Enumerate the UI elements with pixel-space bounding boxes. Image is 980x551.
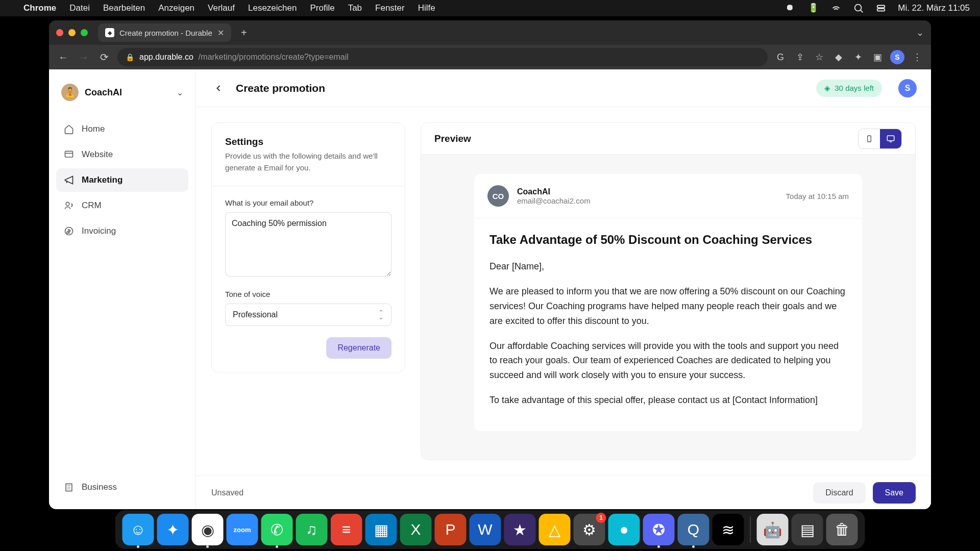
dock-app-voice[interactable]: ≋ — [713, 514, 744, 545]
address-bar[interactable]: 🔒 app.durable.co/marketing/promotions/cr… — [117, 48, 768, 66]
page-header: Create promotion ◈ 30 days left S — [196, 69, 931, 107]
dock-tray-automator[interactable]: 🤖 — [757, 514, 789, 545]
menu-hilfe[interactable]: Hilfe — [418, 3, 435, 13]
preview-body[interactable]: CO CoachAI email@coachai2.com Today at 1… — [421, 155, 915, 460]
bookmark-icon[interactable]: ☆ — [813, 51, 826, 64]
desktop-view-button[interactable] — [880, 129, 901, 148]
dock-tray-trash[interactable]: 🗑 — [826, 514, 858, 545]
dock-app-finder[interactable]: ☺ — [122, 514, 154, 545]
menu-tab[interactable]: Tab — [348, 3, 362, 13]
dock-app-todoist[interactable]: ≡ — [331, 514, 362, 545]
settings-title: Settings — [225, 136, 391, 147]
email-subject: Take Advantage of 50% Discount on Coachi… — [489, 232, 847, 248]
sidebar-item-label: Home — [82, 124, 105, 134]
regenerate-button[interactable]: Regenerate — [326, 337, 391, 359]
workspace-switcher[interactable]: 🧘 CoachAI ⌄ — [56, 80, 188, 105]
minimize-window-button[interactable] — [68, 29, 76, 36]
tone-select[interactable]: Professional ⌃⌄ — [225, 304, 391, 326]
extension-icon[interactable]: ◆ — [832, 51, 845, 64]
sidebar-item-label: Invoicing — [82, 226, 116, 236]
discard-button[interactable]: Discard — [813, 482, 865, 504]
trial-badge[interactable]: ◈ 30 days left — [816, 80, 882, 97]
extensions-puzzle-icon[interactable]: ✦ — [851, 51, 865, 64]
sidebar-item-website[interactable]: Website — [56, 143, 188, 166]
menu-datei[interactable]: Datei — [69, 3, 90, 13]
menubar-datetime[interactable]: Mi. 22. März 11:05 — [898, 3, 970, 13]
mobile-view-button[interactable] — [859, 129, 880, 148]
tab-overflow-icon[interactable]: ⌄ — [916, 27, 924, 38]
dock-app-imovie[interactable]: ★ — [504, 514, 536, 545]
dock-tray-folder[interactable]: ▤ — [792, 514, 823, 545]
svg-rect-2 — [877, 9, 885, 11]
url-domain: app.durable.co — [139, 53, 193, 62]
user-avatar[interactable]: S — [898, 79, 917, 97]
close-window-button[interactable] — [56, 29, 63, 36]
window-controls — [56, 29, 88, 36]
menu-bearbeiten[interactable]: Bearbeiten — [103, 3, 145, 13]
chrome-menu-icon[interactable]: ⋮ — [911, 51, 924, 64]
dock-app-settings[interactable]: ⚙1 — [574, 514, 605, 545]
dock-app-chrome[interactable]: ◉ — [192, 514, 224, 545]
dock-app-quicktime[interactable]: Q — [678, 514, 709, 545]
menu-anzeigen[interactable]: Anzeigen — [158, 3, 194, 13]
save-button[interactable]: Save — [873, 482, 916, 504]
dock-app-drive[interactable]: △ — [539, 514, 571, 545]
dock-app-siri[interactable]: ● — [608, 514, 640, 545]
back-button[interactable]: ← — [56, 50, 70, 64]
wifi-icon[interactable] — [830, 3, 842, 14]
menu-fenster[interactable]: Fenster — [375, 3, 405, 13]
about-label: What is your email about? — [225, 198, 391, 207]
sidebar-item-invoicing[interactable]: Invoicing — [56, 219, 188, 243]
sidebar-item-label: CRM — [82, 201, 102, 211]
dock-app-powerpoint[interactable]: P — [435, 514, 467, 545]
dock-app-safari[interactable]: ✦ — [157, 514, 189, 545]
profile-avatar[interactable]: S — [890, 50, 904, 64]
forward-button[interactable]: → — [77, 50, 91, 64]
dock-app-spotify[interactable]: ♫ — [296, 514, 328, 545]
dock-app-discord[interactable]: ✪ — [643, 514, 675, 545]
dock-app-whatsapp[interactable]: ✆ — [261, 514, 293, 545]
browser-tab[interactable]: ◆ Create promotion - Durable ✕ — [98, 23, 231, 42]
chrome-toolbar: ← → ⟳ 🔒 app.durable.co/marketing/promoti… — [49, 45, 931, 69]
sidebar-item-crm[interactable]: CRM — [56, 194, 188, 217]
menubar-app-name[interactable]: Chrome — [23, 3, 56, 13]
svg-rect-3 — [65, 151, 73, 157]
control-center-icon[interactable] — [875, 3, 887, 14]
dock-app-zoom[interactable]: zoom — [227, 514, 258, 545]
sidebar-item-business[interactable]: Business — [56, 475, 188, 499]
reload-button[interactable]: ⟳ — [97, 50, 111, 64]
sidebar-item-marketing[interactable]: Marketing — [56, 168, 188, 192]
svg-rect-1 — [877, 6, 885, 8]
macos-dock: ☺✦◉zoom✆♫≡▦XPW★△⚙1●✪Q≋🤖▤🗑 — [115, 510, 865, 549]
email-paragraph: We are pleased to inform you that we are… — [489, 284, 847, 328]
tab-close-icon[interactable]: ✕ — [217, 28, 224, 38]
sidebar-item-label: Marketing — [82, 175, 122, 185]
main-panel: Create promotion ◈ 30 days left S Settin… — [196, 69, 931, 509]
screen-record-icon[interactable]: ⏺ — [786, 3, 797, 14]
battery-icon[interactable]: 🔋 — [808, 3, 819, 14]
preview-panel: Preview CO — [421, 122, 916, 460]
spotlight-icon[interactable] — [853, 3, 864, 14]
svg-rect-6 — [66, 484, 72, 491]
url-path: /marketing/promotions/create?type=email — [199, 53, 349, 62]
sidebar-item-label: Business — [82, 482, 117, 492]
menu-lesezeichen[interactable]: Lesezeichen — [248, 3, 297, 13]
about-textarea[interactable] — [225, 212, 391, 277]
dock-app-trello[interactable]: ▦ — [365, 514, 397, 545]
back-arrow-button[interactable] — [210, 80, 227, 96]
menu-verlauf[interactable]: Verlauf — [208, 3, 235, 13]
google-icon[interactable]: G — [774, 51, 787, 64]
share-icon[interactable]: ⇪ — [793, 51, 806, 64]
maximize-window-button[interactable] — [81, 29, 88, 36]
svg-rect-8 — [887, 136, 894, 141]
sidepanel-icon[interactable]: ▣ — [871, 51, 884, 64]
email-timestamp: Today at 10:15 am — [786, 192, 849, 201]
tone-value: Professional — [233, 310, 278, 319]
page-title: Create promotion — [236, 82, 325, 94]
new-tab-button[interactable]: + — [236, 25, 252, 40]
dock-app-excel[interactable]: X — [400, 514, 432, 545]
dock-app-word[interactable]: W — [470, 514, 501, 545]
menu-profile[interactable]: Profile — [310, 3, 334, 13]
sidebar-item-home[interactable]: Home — [56, 117, 188, 141]
home-icon — [63, 123, 75, 135]
